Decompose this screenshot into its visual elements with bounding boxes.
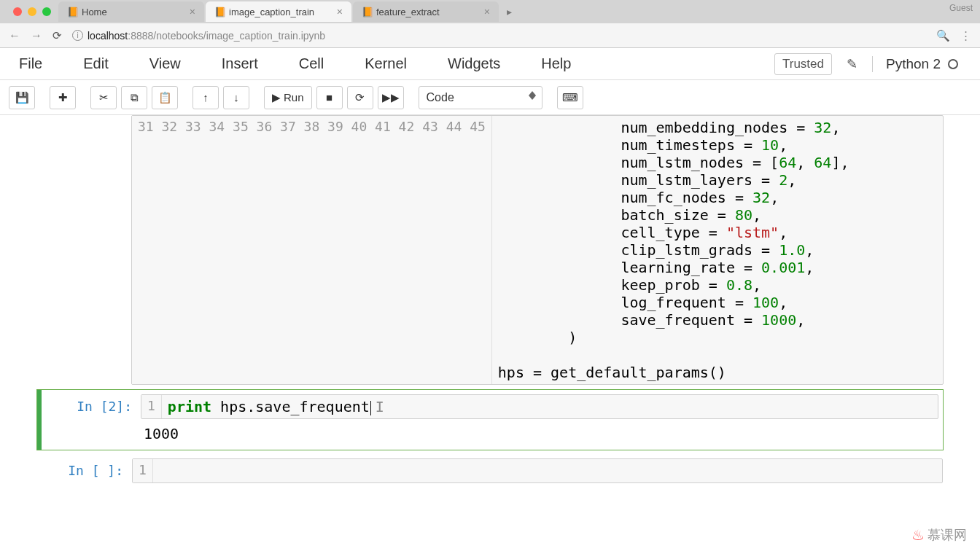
command-palette-button[interactable]: ⌨ xyxy=(557,86,583,109)
text-cursor xyxy=(370,401,371,415)
close-tab-icon[interactable]: × xyxy=(484,6,490,17)
tab-bar: 📙Home × 📙image_caption_train × 📙feature_… xyxy=(0,0,980,23)
text-cursor-glyph: I xyxy=(376,398,384,415)
cut-button[interactable]: ✂ xyxy=(90,86,117,109)
code-editor[interactable] xyxy=(153,459,174,482)
jupyter-favicon-icon: 📙 xyxy=(67,7,77,17)
menu-cell[interactable]: Cell xyxy=(279,55,344,72)
browser-chrome: 📙Home × 📙image_caption_train × 📙feature_… xyxy=(0,0,980,48)
menu-widgets[interactable]: Widgets xyxy=(427,55,521,72)
code-cell[interactable]: 31 32 33 34 35 36 37 38 39 40 41 42 43 4… xyxy=(36,115,944,385)
url-input[interactable]: i localhost:8888/notebooks/image_caption… xyxy=(72,30,926,42)
watermark: ♨ 慕课网 xyxy=(911,526,967,544)
menu-help[interactable]: Help xyxy=(521,55,591,72)
minimize-window-button[interactable] xyxy=(28,7,36,16)
reload-button[interactable]: ⟳ xyxy=(52,29,62,42)
output-prompt xyxy=(46,419,141,445)
jupyter-favicon-icon: 📙 xyxy=(362,7,372,17)
address-bar: ← → ⟳ i localhost:8888/notebooks/image_c… xyxy=(0,23,980,48)
close-tab-icon[interactable]: × xyxy=(337,6,343,17)
notebook-toolbar: 💾 ✚ ✂ ⧉ 📋 ↑ ↓ ▶ Run ■ ⟳ ▶▶ Code ⌨ xyxy=(0,80,980,115)
code-editor[interactable]: print hps.save_frequentI xyxy=(162,395,390,418)
menu-view[interactable]: View xyxy=(129,55,201,72)
kernel-status-icon xyxy=(948,59,958,69)
interrupt-button[interactable]: ■ xyxy=(316,86,343,109)
line-gutter: 1 xyxy=(133,459,153,482)
tab-title: feature_extract xyxy=(376,7,440,17)
copy-button[interactable]: ⧉ xyxy=(121,86,147,109)
close-window-button[interactable] xyxy=(13,7,22,16)
tab-home[interactable]: 📙Home × xyxy=(58,1,204,22)
paste-button[interactable]: 📋 xyxy=(152,86,178,109)
tab-title: Home xyxy=(82,7,107,17)
notebook-menu-bar: File Edit View Insert Cell Kernel Widget… xyxy=(0,48,980,80)
site-info-icon[interactable]: i xyxy=(72,30,83,41)
maximize-window-button[interactable] xyxy=(42,7,51,16)
cell-prompt: In [2]: xyxy=(46,394,141,419)
profile-label[interactable]: Guest xyxy=(949,3,973,13)
flame-icon: ♨ xyxy=(911,526,925,544)
kernel-indicator[interactable]: Python 2 xyxy=(872,56,958,72)
celltype-select[interactable]: Code xyxy=(419,86,542,109)
restart-button[interactable]: ⟳ xyxy=(347,86,373,109)
new-tab-button[interactable]: ▸ xyxy=(500,6,518,17)
tab-feature-extract[interactable]: 📙feature_extract × xyxy=(353,1,499,22)
menu-kernel[interactable]: Kernel xyxy=(344,55,427,72)
forward-button[interactable]: → xyxy=(31,29,42,42)
cell-prompt xyxy=(36,115,131,385)
move-up-button[interactable]: ↑ xyxy=(192,86,219,109)
window-controls xyxy=(6,7,58,16)
close-tab-icon[interactable]: × xyxy=(190,6,195,17)
code-cell-selected[interactable]: In [2]: 1 print hps.save_frequentI 1000 xyxy=(36,389,944,450)
save-button[interactable]: 💾 xyxy=(9,86,35,109)
url-port: :8888 xyxy=(128,30,153,42)
line-gutter: 31 32 33 34 35 36 37 38 39 40 41 42 43 4… xyxy=(132,116,492,384)
line-gutter: 1 xyxy=(141,395,162,418)
kernel-name: Python 2 xyxy=(886,56,941,72)
notebook: File Edit View Insert Cell Kernel Widget… xyxy=(0,48,980,551)
restart-run-all-button[interactable]: ▶▶ xyxy=(378,86,404,109)
insert-cell-button[interactable]: ✚ xyxy=(50,86,76,109)
url-host: localhost xyxy=(88,30,128,42)
cell-prompt: In [ ]: xyxy=(37,458,132,483)
menu-edit[interactable]: Edit xyxy=(63,55,128,72)
run-button[interactable]: ▶ Run xyxy=(264,86,312,109)
edit-icon[interactable]: ✎ xyxy=(847,56,858,72)
tab-title: image_caption_train xyxy=(229,7,314,17)
back-button[interactable]: ← xyxy=(9,29,20,42)
tab-image-caption-train[interactable]: 📙image_caption_train × xyxy=(206,1,351,22)
code-editor[interactable]: num_embedding_nodes = 32, num_timesteps … xyxy=(492,116,855,384)
jupyter-favicon-icon: 📙 xyxy=(214,7,225,17)
menu-icon[interactable]: ⋮ xyxy=(960,29,971,42)
url-path: /notebooks/image_caption_train.ipynb xyxy=(153,30,325,42)
cells-container: 31 32 33 34 35 36 37 38 39 40 41 42 43 4… xyxy=(0,115,980,484)
cell-output: 1000 xyxy=(141,419,182,445)
menu-insert[interactable]: Insert xyxy=(201,55,279,72)
watermark-text: 慕课网 xyxy=(928,526,967,544)
menu-file[interactable]: File xyxy=(12,55,63,72)
zoom-icon[interactable]: 🔍 xyxy=(936,29,950,42)
move-down-button[interactable]: ↓ xyxy=(223,86,249,109)
trusted-indicator[interactable]: Trusted xyxy=(774,53,832,75)
code-cell[interactable]: In [ ]: 1 xyxy=(36,458,944,484)
